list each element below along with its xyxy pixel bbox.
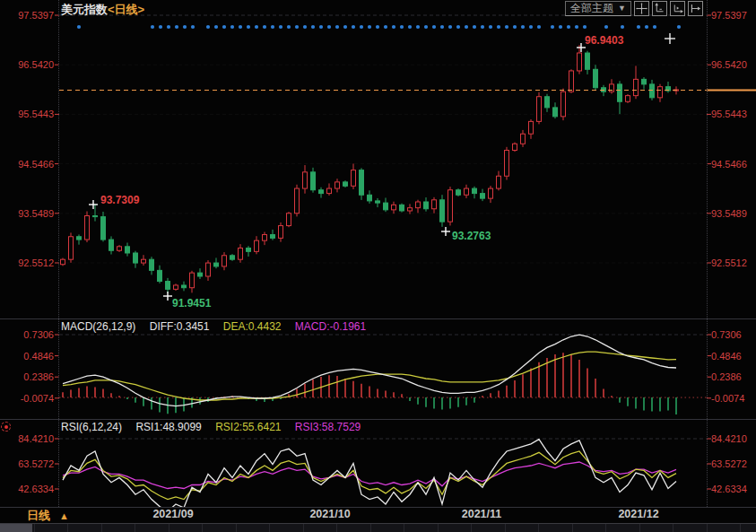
axis-tick-label: -0.0074 (0, 393, 54, 404)
theme-dropdown-button[interactable]: 全部主题 ▼ (565, 1, 631, 16)
axis-tick-label: 0.7306 (0, 329, 54, 340)
scrollbar-tick (707, 524, 708, 532)
scrollbar-tick (740, 524, 741, 532)
scrollbar-tick (101, 524, 102, 532)
price-annotation-high: 93.7309 (100, 194, 139, 206)
y-axis-scale-icon (654, 3, 665, 14)
axis-tick-label: 97.5397 (711, 10, 747, 21)
axis-tick-label: 95.5443 (0, 109, 54, 119)
axis-tick-label: 0.4846 (711, 351, 742, 362)
scrollbar-tick (404, 524, 404, 532)
macd-name-label: MACD(26,12,9) (61, 320, 135, 333)
rsi-rsi3-line (63, 462, 676, 489)
axis-tick-label: 92.5512 (711, 257, 747, 268)
x-axis-scale-button[interactable] (670, 1, 685, 16)
scrollbar-tick (538, 524, 539, 532)
crosshair-icon (636, 3, 647, 14)
x-axis-scale-icon (672, 3, 683, 14)
blue-dotted-line (77, 25, 681, 29)
scrollbar-thumb[interactable] (0, 524, 32, 532)
rsi2-value: RSI2:55.6421 (215, 421, 281, 433)
axis-tick-label: 42.6334 (0, 484, 54, 494)
scrollbar-tick (572, 524, 573, 532)
rsi-indicator-row: RSI(6,12,24) RSI1:48.9099 RSI2:55.6421 R… (61, 421, 371, 433)
macd-indicator-row: MACD(26,12,9) DIFF:0.3451 DEA:0.4432 MAC… (61, 320, 377, 333)
crosshair-tool-button[interactable] (634, 1, 649, 16)
rsi3-value: RSI3:58.7529 (295, 421, 361, 433)
macd-diff-value: DIFF:0.3451 (150, 320, 210, 333)
chevron-down-icon: ▼ (618, 2, 626, 15)
scrollbar-tick (135, 524, 135, 532)
macd-histogram (63, 353, 676, 414)
right-axis-line (707, 0, 708, 507)
main-candlestick-chart[interactable] (0, 0, 756, 318)
price-annotation-low: 93.2763 (452, 230, 491, 242)
rsi-name-label: RSI(6,12,24) (61, 421, 122, 433)
scrollbar-tick (67, 524, 68, 532)
axis-tick-label: 96.5420 (711, 59, 747, 70)
y-axis-scale-button[interactable] (652, 1, 667, 16)
axis-tick-label: 95.5443 (711, 109, 747, 119)
scrollbar-tick (673, 524, 673, 532)
rsi-rsi1-line (63, 440, 676, 507)
horizontal-scrollbar[interactable] (0, 523, 756, 532)
date-label: 2021/12 (618, 508, 658, 520)
axis-tick-label: 84.4210 (711, 433, 747, 444)
chart-title: 美元指数<日线> (61, 2, 144, 18)
annotation-markers (89, 43, 586, 301)
pan-right-icon (690, 3, 701, 14)
theme-dropdown-label: 全部主题 (570, 2, 613, 15)
triangle-up-icon: ▲ (59, 510, 69, 521)
axis-tick-label: 94.5466 (711, 159, 747, 170)
scrollbar-tick (269, 524, 270, 532)
trading-chart-app: 97.539796.542095.544394.546693.548992.55… (0, 0, 756, 532)
axis-tick-label: 97.5397 (0, 10, 54, 21)
panel-separator (0, 419, 756, 420)
price-annotation-low: 91.9451 (172, 297, 211, 310)
axis-tick-label: 42.6334 (711, 484, 747, 494)
axis-tick-label: 63.5272 (0, 458, 54, 469)
macd-dea-value: DEA:0.4432 (223, 320, 282, 333)
macd-macd-value: MACD:-0.1961 (295, 320, 366, 333)
period-tag: <日线> (108, 3, 144, 16)
macd-panel-chart[interactable] (0, 318, 756, 419)
axis-tick-label: 92.5512 (0, 257, 54, 268)
axis-tick-label: 63.5272 (711, 458, 747, 469)
scrollbar-tick (471, 524, 472, 532)
axis-tick-label: 96.5420 (0, 59, 54, 70)
price-annotation-high: 96.9403 (585, 34, 623, 47)
axis-tick-label: 0.7306 (711, 329, 742, 340)
axis-tick-label: 0.2386 (711, 371, 742, 382)
scrollbar-tick (336, 524, 337, 532)
date-label: 2021/11 (462, 508, 502, 520)
scrollbar-tick (438, 524, 439, 532)
date-label: 2021/10 (309, 508, 350, 520)
axis-tick-label: 94.5466 (0, 159, 54, 170)
scrollbar-tick (169, 524, 169, 532)
record-target-icon[interactable] (1, 422, 11, 432)
scrollbar-tick (236, 524, 237, 532)
left-axis-line (58, 0, 59, 507)
scrollbar-tick (370, 524, 371, 532)
panel-separator (0, 318, 756, 319)
date-label: 2021/09 (152, 508, 193, 520)
scrollbar-tick (34, 524, 35, 532)
rsi1-value: RSI1:48.9099 (135, 421, 201, 433)
chart-toolbar: 全部主题 ▼ (565, 1, 703, 16)
period-tab-label: 日线 (27, 509, 50, 522)
rsi-rsi2-line (63, 451, 676, 500)
axis-tick-label: 84.4210 (0, 433, 54, 444)
scrollbar-tick (639, 524, 640, 532)
candles-layer (61, 45, 679, 292)
axis-tick-label: 0.2386 (0, 371, 54, 382)
period-tab-daily[interactable]: 日线▲ (27, 508, 69, 524)
axis-tick-label: 0.4846 (0, 351, 54, 362)
axis-tick-label: 93.5489 (711, 208, 747, 219)
crosshair-cursor (665, 33, 675, 44)
axis-tick-label: 93.5489 (0, 208, 54, 219)
scrollbar-tick (303, 524, 304, 532)
axis-tick-label: -0.0074 (711, 393, 744, 404)
scrollbar-tick (505, 524, 506, 532)
pan-right-button[interactable] (688, 1, 703, 16)
scrollbar-tick (605, 524, 606, 532)
